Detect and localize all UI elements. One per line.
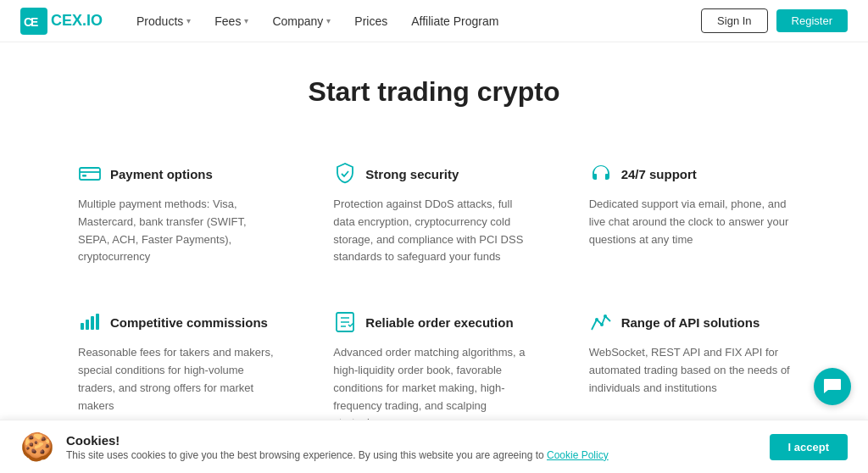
svg-text:E: E [31, 15, 38, 29]
svg-rect-7 [86, 320, 89, 330]
brand-suffix: .IO [82, 12, 103, 29]
chat-icon [823, 377, 842, 396]
svg-rect-6 [81, 323, 84, 330]
feature-security: Strong security Protection against DDoS … [306, 142, 561, 290]
hero-title: Start trading crypto [20, 76, 848, 108]
api-icon [589, 310, 613, 334]
feature-support-title: 24/7 support [621, 167, 697, 181]
signin-button[interactable]: Sign In [701, 8, 767, 33]
cookie-accept-button[interactable]: I accept [770, 434, 848, 457]
nav-affiliate[interactable]: Affiliate Program [401, 8, 509, 35]
nav-fees[interactable]: Fees ▾ [204, 8, 259, 35]
cookie-title: Cookies! [66, 433, 758, 448]
feature-security-desc: Protection against DDoS attacks, full da… [333, 196, 534, 266]
shield-icon [333, 162, 357, 186]
cookie-icon: 🍪 [20, 431, 54, 456]
chevron-down-icon: ▾ [244, 16, 248, 25]
logo[interactable]: C E CEX.IO [20, 8, 103, 35]
brand-name: CEX [51, 12, 82, 29]
feature-payment-desc: Multiple payment methods: Visa, Masterca… [78, 196, 279, 266]
feature-api-title: Range of API solutions [621, 315, 760, 330]
nav-prices[interactable]: Prices [344, 8, 398, 35]
nav-products[interactable]: Products ▾ [126, 8, 201, 35]
feature-order-title: Reliable order execution [365, 315, 513, 330]
cookie-policy-link[interactable]: Cookie Policy [547, 449, 609, 457]
feature-api-desc: WebSocket, REST API and FIX API for auto… [589, 344, 790, 397]
svg-point-18 [595, 318, 598, 321]
nav-actions: Sign In Register [701, 8, 848, 33]
chat-bubble[interactable] [814, 368, 851, 405]
svg-rect-9 [96, 314, 99, 330]
logo-icon: C E [20, 8, 47, 35]
navbar: C E CEX.IO Products ▾ Fees ▾ Company ▾ P… [0, 0, 868, 42]
nav-company[interactable]: Company ▾ [262, 8, 341, 35]
chevron-down-icon: ▾ [186, 16, 191, 25]
feature-security-title: Strong security [365, 167, 459, 181]
feature-commissions-title: Competitive commissions [110, 315, 268, 330]
svg-rect-5 [82, 175, 86, 177]
cookie-text: This site uses cookies to give you the b… [66, 449, 758, 457]
feature-payment-title: Payment options [110, 167, 213, 181]
feature-commissions-desc: Reasonable fees for takers and makers, s… [78, 344, 279, 415]
svg-rect-3 [80, 168, 100, 180]
feature-support-desc: Dedicated support via email, phone, and … [589, 196, 790, 248]
headset-icon [589, 162, 613, 186]
chevron-down-icon: ▾ [326, 16, 331, 25]
svg-point-19 [600, 323, 604, 326]
hero-section: Start trading crypto [0, 42, 868, 125]
nav-items: Products ▾ Fees ▾ Company ▾ Prices Affil… [126, 8, 701, 35]
register-button[interactable]: Register [776, 9, 848, 32]
svg-point-20 [604, 314, 607, 318]
feature-support: 24/7 support Dedicated support via email… [562, 142, 817, 290]
svg-line-14 [592, 320, 597, 330]
svg-rect-8 [91, 316, 94, 330]
order-icon [333, 310, 357, 334]
features-grid: Payment options Multiple payment methods… [0, 125, 868, 456]
credit-card-icon [78, 162, 102, 186]
chart-icon [78, 310, 102, 334]
cookie-banner: 🍪 Cookies! This site uses cookies to giv… [0, 420, 868, 456]
feature-payment: Payment options Multiple payment methods… [51, 142, 306, 290]
